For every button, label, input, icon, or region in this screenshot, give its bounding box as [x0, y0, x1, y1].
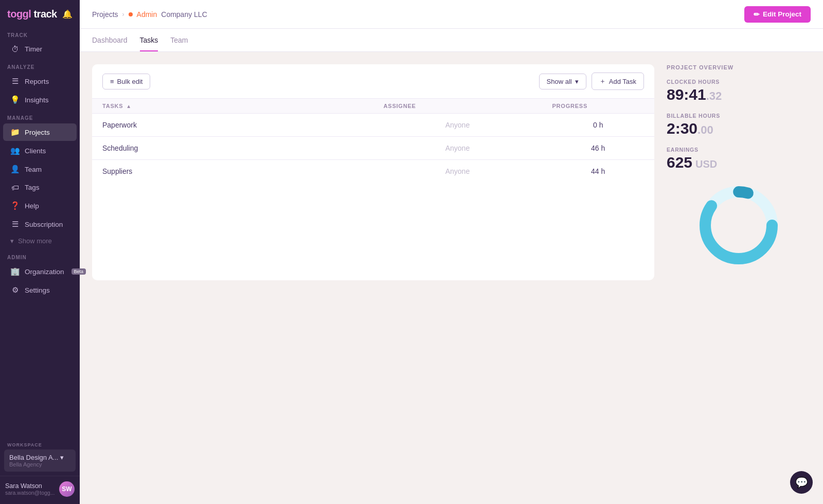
manage-section-label: MANAGE: [0, 109, 80, 123]
donut-svg: [695, 182, 782, 269]
app-logo: toggl track: [7, 8, 57, 20]
sidebar-item-clients-label: Clients: [25, 147, 46, 155]
avatar[interactable]: SW: [59, 481, 75, 497]
clocked-hours-decimal: .32: [706, 89, 722, 103]
content-area: ≡ Bulk edit Show all ▾ ＋ Add Task: [80, 52, 823, 504]
earnings-value: 625 USD: [667, 154, 811, 171]
sidebar-item-reports-label: Reports: [25, 78, 49, 85]
sidebar-item-clients[interactable]: 👥 Clients: [3, 142, 77, 159]
col-tasks-header[interactable]: TASKS ▲: [92, 99, 373, 114]
earnings-metric: EARNINGS 625 USD: [667, 147, 811, 171]
sidebar-item-projects-label: Projects: [25, 129, 50, 136]
right-panel: PROJECT OVERVIEW CLOCKED HOURS 89:41 .32…: [667, 64, 811, 492]
dropdown-icon: ▾: [575, 78, 579, 85]
bulk-edit-button[interactable]: ≡ Bulk edit: [102, 74, 150, 89]
sidebar-item-help-label: Help: [25, 202, 39, 210]
sidebar-item-timer[interactable]: ⏱ Timer: [3, 41, 77, 58]
show-all-button[interactable]: Show all ▾: [539, 74, 586, 89]
sidebar-item-projects[interactable]: 📁 Projects: [3, 123, 77, 141]
table-row: Suppliers Anyone 44 h: [92, 160, 654, 183]
sidebar-item-reports[interactable]: ☰ Reports: [3, 73, 77, 90]
user-email: sara.watson@togg...: [5, 490, 55, 496]
workspace-section: WORKSPACE Bella Design A... ▾ Bella Agen…: [0, 437, 80, 476]
billable-hours-decimal: .00: [697, 123, 713, 137]
insights-icon: 💡: [10, 95, 20, 104]
sidebar-item-subscription[interactable]: ☰ Subscription: [3, 215, 77, 233]
workspace-sub: Bella Agency: [9, 461, 70, 467]
clocked-hours-label: CLOCKED HOURS: [667, 79, 811, 85]
tags-icon: 🏷: [10, 183, 20, 192]
timer-icon: ⏱: [10, 45, 20, 53]
chat-button[interactable]: 💬: [790, 471, 813, 494]
sidebar-item-settings[interactable]: ⚙ Settings: [3, 281, 77, 299]
clocked-hours-value: 89:41 .32: [667, 86, 811, 103]
sidebar-item-subscription-label: Subscription: [25, 221, 63, 228]
sidebar-item-team-label: Team: [25, 166, 42, 173]
earnings-label: EARNINGS: [667, 147, 811, 153]
workspace-box[interactable]: Bella Design A... ▾ Bella Agency: [4, 449, 76, 472]
billable-hours-main: 2:30: [667, 120, 697, 137]
sidebar-item-organization[interactable]: 🏢 Organization Beta: [3, 263, 77, 280]
task-assignee: Anyone: [373, 137, 542, 160]
project-tabs: Dashboard Tasks Team: [80, 29, 823, 52]
billable-hours-metric: BILLABLE HOURS 2:30 .00: [667, 113, 811, 137]
subscription-icon: ☰: [10, 220, 20, 229]
col-assignee-header[interactable]: ASSIGNEE: [373, 99, 542, 114]
logo-area: toggl track 🔔: [0, 0, 80, 26]
workspace-label: WORKSPACE: [4, 442, 76, 449]
task-progress: 46 h: [542, 137, 654, 160]
task-name: Scheduling: [92, 137, 373, 160]
edit-icon: ✏: [754, 10, 760, 19]
edit-project-label: Edit Project: [763, 10, 801, 18]
sidebar-item-help[interactable]: ❓ Help: [3, 197, 77, 214]
task-assignee: Anyone: [373, 114, 542, 137]
col-progress-header[interactable]: PROGRESS: [542, 99, 654, 114]
user-row: Sara Watson sara.watson@togg... SW: [0, 476, 80, 504]
breadcrumb-company: Company LLC: [161, 10, 207, 19]
clocked-hours-main: 89:41: [667, 86, 706, 103]
tab-tasks[interactable]: Tasks: [140, 29, 158, 51]
sidebar-item-settings-label: Settings: [25, 286, 50, 294]
task-progress: 0 h: [542, 114, 654, 137]
breadcrumb-admin: Admin: [137, 10, 157, 19]
sidebar-item-tags[interactable]: 🏷 Tags: [3, 179, 77, 196]
breadcrumb: Projects › Admin Company LLC: [92, 10, 207, 19]
toolbar-right: Show all ▾ ＋ Add Task: [539, 73, 644, 90]
edit-project-button[interactable]: ✏ Edit Project: [744, 6, 811, 23]
breadcrumb-dot: [129, 12, 133, 16]
main-content: Projects › Admin Company LLC ✏ Edit Proj…: [80, 0, 823, 504]
tab-team[interactable]: Team: [170, 29, 188, 51]
sidebar-item-insights[interactable]: 💡 Insights: [3, 91, 77, 109]
tab-dashboard[interactable]: Dashboard: [92, 29, 128, 51]
analyze-section-label: ANALYZE: [0, 58, 80, 72]
breadcrumb-projects[interactable]: Projects: [92, 10, 118, 19]
sidebar: toggl track 🔔 TRACK ⏱ Timer ANALYZE ☰ Re…: [0, 0, 80, 504]
billable-hours-value: 2:30 .00: [667, 120, 811, 137]
user-name: Sara Watson: [5, 482, 55, 490]
sidebar-bottom: WORKSPACE Bella Design A... ▾ Bella Agen…: [0, 437, 80, 504]
clocked-hours-metric: CLOCKED HOURS 89:41 .32: [667, 79, 811, 103]
show-more-button[interactable]: ▾ Show more: [3, 234, 77, 248]
reports-icon: ☰: [10, 77, 20, 86]
plus-icon: ＋: [599, 77, 606, 86]
bulk-edit-label: Bulk edit: [117, 78, 143, 85]
earnings-unit: USD: [695, 158, 717, 170]
task-name: Paperwork: [92, 114, 373, 137]
bulk-edit-icon: ≡: [110, 78, 114, 85]
settings-icon: ⚙: [10, 285, 20, 295]
clients-icon: 👥: [10, 146, 20, 155]
team-icon: 👤: [10, 165, 20, 174]
table-row: Scheduling Anyone 46 h: [92, 137, 654, 160]
sidebar-item-team[interactable]: 👤 Team: [3, 160, 77, 178]
notification-bell-icon[interactable]: 🔔: [62, 9, 73, 19]
show-all-label: Show all: [547, 78, 572, 85]
sort-icon: ▲: [126, 103, 132, 109]
sidebar-item-insights-label: Insights: [25, 96, 49, 104]
tasks-panel: ≡ Bulk edit Show all ▾ ＋ Add Task: [92, 64, 654, 280]
workspace-name: Bella Design A... ▾: [9, 454, 70, 461]
add-task-button[interactable]: ＋ Add Task: [592, 73, 644, 90]
earnings-main: 625: [667, 154, 692, 171]
table-row: Paperwork Anyone 0 h: [92, 114, 654, 137]
show-more-label: Show more: [18, 237, 52, 245]
overview-title: PROJECT OVERVIEW: [667, 64, 811, 70]
